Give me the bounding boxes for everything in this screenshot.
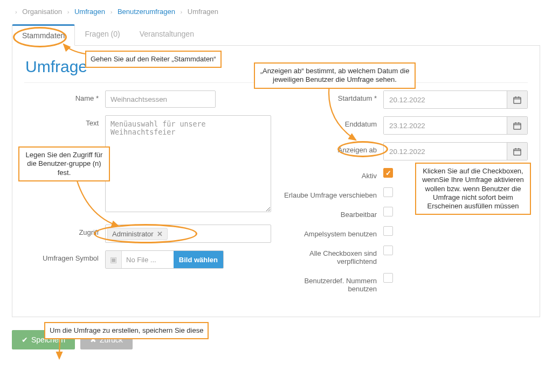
breadcrumb-current: Umfragen (188, 8, 218, 16)
label-usernum: Benutzerdef. Nummern benutzen (281, 273, 383, 293)
check-icon: ✔ (22, 335, 28, 344)
label-active: Aktiv (281, 168, 383, 180)
label-editable: Bearbeitbar (281, 207, 383, 219)
back-button[interactable]: ✖ Zurück (80, 330, 133, 349)
close-icon: ✖ (90, 335, 96, 344)
access-token-label: Administrator (112, 230, 154, 238)
editable-checkbox[interactable] (383, 207, 393, 216)
calendar-icon[interactable] (507, 143, 527, 160)
tab-veranstaltungen[interactable]: Veranstaltungen (130, 24, 204, 45)
save-button-label: Speichern (31, 335, 65, 344)
chevron-right-icon: › (15, 9, 17, 15)
label-startdate: Startdatum * (281, 90, 383, 102)
label-showfrom: Anzeigen ab (281, 142, 383, 154)
name-input[interactable] (105, 90, 216, 108)
ampel-checkbox[interactable] (383, 226, 393, 236)
active-checkbox[interactable]: ✓ (383, 168, 393, 178)
svg-rect-8 (514, 149, 521, 155)
access-tokenbox[interactable]: Administrator ✕ (105, 225, 271, 243)
startdate-input[interactable] (384, 91, 507, 108)
tab-stammdaten[interactable]: Stammdaten (12, 24, 75, 46)
tabs: Stammdaten Fragen (0) Veranstaltungen (12, 24, 540, 46)
allrequired-checkbox[interactable] (383, 246, 393, 255)
save-button[interactable]: ✔ Speichern (12, 330, 75, 349)
enddate-input[interactable] (384, 117, 507, 134)
breadcrumb-link-usersurveys[interactable]: Benutzerumfragen (118, 8, 175, 16)
tab-fragen[interactable]: Fragen (0) (75, 24, 129, 45)
file-picker: ▣ No File ... Bild wählen (105, 250, 224, 269)
breadcrumb: › Organisation › Umfragen › Benutzerumfr… (12, 4, 540, 24)
svg-rect-4 (514, 123, 521, 129)
access-token-administrator[interactable]: Administrator ✕ (107, 228, 168, 240)
text-textarea[interactable]: Menüauswahl für unsere Weihnachtsfeier (105, 115, 271, 212)
svg-rect-0 (514, 97, 521, 103)
label-ampel: Ampelsystem benutzen (281, 226, 383, 238)
breadcrumb-root: Organisation (22, 8, 62, 16)
label-allrequired: Alle Checkboxen sind verpflichtend (281, 246, 383, 265)
usernum-checkbox[interactable] (383, 273, 393, 283)
chevron-right-icon: › (111, 9, 113, 15)
chevron-right-icon: › (181, 9, 183, 15)
breadcrumb-link-surveys[interactable]: Umfragen (74, 8, 105, 16)
choose-file-button[interactable]: Bild wählen (174, 251, 223, 268)
chevron-right-icon: › (67, 9, 70, 15)
form-footer: ✔ Speichern ✖ Zurück (12, 330, 540, 349)
label-enddate: Enddatum (281, 116, 383, 128)
allowmove-checkbox[interactable] (383, 187, 393, 197)
file-name: No File ... (122, 256, 174, 264)
calendar-icon[interactable] (507, 91, 527, 108)
label-text: Text (24, 115, 105, 127)
image-icon: ▣ (106, 251, 122, 268)
label-name: Name * (24, 90, 105, 102)
remove-token-icon[interactable]: ✕ (157, 230, 163, 238)
back-button-label: Zurück (100, 335, 123, 344)
label-access: Zugriff (24, 225, 105, 236)
calendar-icon[interactable] (507, 117, 527, 134)
showfrom-input[interactable] (384, 143, 507, 160)
page-title: Umfrage (25, 58, 528, 76)
label-allowmove: Erlaube Umfrage verschieben (281, 187, 383, 199)
form-panel: Umfrage Name * Text Menüauswahl für unse… (12, 46, 540, 317)
label-symbol: Umfragen Symbol (24, 250, 105, 262)
